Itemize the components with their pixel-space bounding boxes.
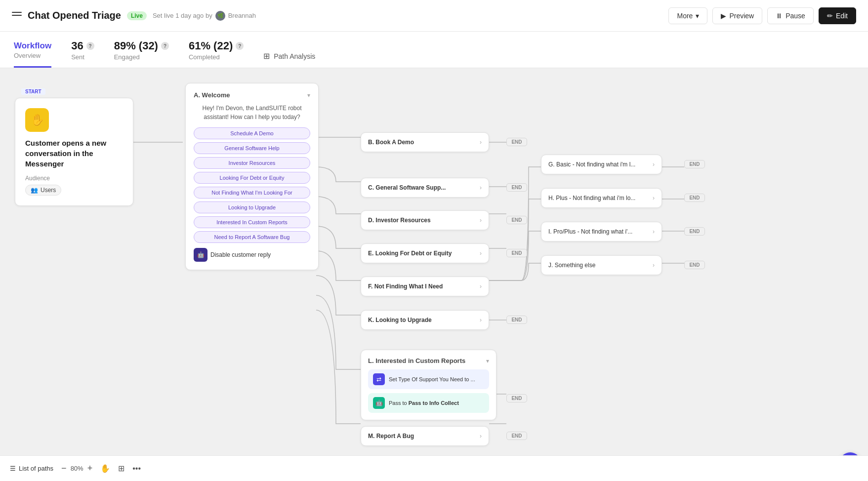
header-actions: More ▾ ▶ Preview ⏸ Pause ✏ Edit	[668, 7, 856, 24]
node-g[interactable]: G. Basic - Not finding what i'm l... ›	[541, 155, 662, 174]
reply-btn-5[interactable]: Looking to Upgrade	[194, 201, 310, 213]
node-h[interactable]: H. Plus - Not finding what i'm lo... ›	[541, 188, 662, 208]
node-k-arrow: ›	[480, 317, 482, 323]
node-i[interactable]: I. Pro/Plus - Not finding what i'... ›	[541, 222, 662, 241]
end-i: END	[684, 227, 705, 236]
pause-icon: ⏸	[776, 12, 783, 20]
node-b-title: B. Book A Demo	[368, 139, 414, 146]
menu-icon[interactable]	[12, 12, 22, 20]
more-button[interactable]: More ▾	[668, 7, 707, 24]
header: Chat Opened Triage Live Set live 1 day a…	[0, 0, 868, 32]
workflow-title: Chat Opened Triage	[28, 10, 121, 21]
sent-value: 36 ?	[71, 40, 94, 52]
pass-icon: 🤖	[373, 397, 385, 409]
chevron-down-icon: ▾	[696, 12, 699, 20]
welcome-title: A. Welcome	[194, 91, 230, 99]
node-k[interactable]: K. Looking to Upgrade ›	[361, 310, 489, 330]
more-options-button[interactable]: •••	[132, 464, 141, 473]
audience-label: Audience	[25, 175, 123, 182]
path-analysis-label: Path Analysis	[274, 52, 315, 60]
node-d-arrow: ›	[480, 217, 482, 224]
node-e[interactable]: E. Looking For Debt or Equity ›	[361, 243, 489, 263]
start-node[interactable]: START ✋ Customer opens a new conversatio…	[15, 98, 133, 206]
stat-completed: 61% (22) ? Completed	[189, 40, 244, 68]
node-k-title: K. Looking to Upgrade	[368, 317, 432, 323]
reply-btn-4[interactable]: Not Finding What I'm Looking For	[194, 187, 310, 199]
disable-reply[interactable]: 🤖 Disable customer reply	[194, 248, 310, 262]
stats-bar: Workflow Overview 36 ? Sent 89% (32) ? E…	[0, 32, 868, 68]
node-l-title: L. Interested in Custom Reports	[368, 357, 465, 364]
reply-btn-2[interactable]: Investor Resources	[194, 157, 310, 169]
header-left: Chat Opened Triage Live Set live 1 day a…	[12, 10, 661, 21]
zoom-in-button[interactable]: +	[87, 463, 93, 474]
set-live-text: Set live 1 day ago by 🌿 Breannah	[153, 11, 256, 21]
start-title: Customer opens a new conversation in the…	[25, 138, 123, 169]
node-c-arrow: ›	[480, 184, 482, 191]
tab-workflow[interactable]: Workflow Overview	[14, 41, 51, 68]
edit-icon: ✏	[827, 12, 833, 20]
hand-tool-button[interactable]: ✋	[100, 464, 110, 473]
welcome-node[interactable]: A. Welcome ▾ Hey! I'm Devon, the LandSUI…	[185, 83, 319, 270]
tab-path-analysis[interactable]: ⊞ Path Analysis	[263, 51, 315, 68]
workflow-canvas[interactable]: START ✋ Customer opens a new conversatio…	[0, 68, 868, 478]
path-analysis-icon: ⊞	[263, 51, 270, 61]
reply-btn-6[interactable]: Interested In Custom Reports	[194, 216, 310, 228]
end-b: END	[506, 138, 527, 146]
pause-button[interactable]: ⏸ Pause	[767, 7, 814, 24]
edit-button[interactable]: ✏ Edit	[819, 7, 856, 24]
pass-action-row[interactable]: 🤖 Pass to Pass to Info Collect	[368, 393, 489, 413]
node-h-arrow: ›	[653, 195, 655, 201]
node-m-arrow: ›	[480, 433, 482, 440]
pass-action-value: Pass to Info Collect	[409, 400, 459, 406]
sent-label: Sent	[71, 53, 94, 61]
end-j: END	[684, 261, 705, 269]
welcome-node-header: A. Welcome ▾	[194, 91, 310, 99]
list-paths-label: List of paths	[19, 465, 53, 472]
end-h: END	[684, 194, 705, 202]
welcome-message: Hey! I'm Devon, the LandSUITE robot assi…	[194, 104, 310, 121]
end-c: END	[506, 183, 527, 192]
set-action-row[interactable]: ⇄ Set Type Of Support You Need to ...	[368, 369, 489, 389]
node-f-arrow: ›	[480, 283, 482, 290]
node-m[interactable]: M. Report A Bug ›	[361, 426, 489, 446]
sent-help[interactable]: ?	[86, 42, 94, 50]
disable-icon: 🤖	[194, 248, 207, 262]
list-paths-button[interactable]: ☰ List of paths	[10, 465, 53, 472]
node-h-title: H. Plus - Not finding what i'm lo...	[548, 195, 635, 201]
node-j[interactable]: J. Something else ›	[541, 255, 662, 275]
reply-btn-1[interactable]: General Software Help	[194, 142, 310, 154]
completed-label: Completed	[189, 53, 244, 61]
node-e-arrow: ›	[480, 250, 482, 257]
bottom-bar: ☰ List of paths − 80% + ✋ ⊞ •••	[0, 455, 868, 481]
node-g-arrow: ›	[653, 161, 655, 168]
node-l[interactable]: L. Interested in Custom Reports ▾ ⇄ Set …	[361, 350, 496, 420]
zoom-out-button[interactable]: −	[61, 463, 67, 474]
node-l-chevron[interactable]: ▾	[486, 358, 489, 364]
welcome-chevron[interactable]: ▾	[307, 92, 310, 99]
reply-btn-3[interactable]: Looking For Debt or Equity	[194, 172, 310, 184]
engaged-value: 89% (32) ?	[114, 40, 169, 52]
engaged-label: Engaged	[114, 53, 169, 61]
completed-help[interactable]: ?	[236, 42, 244, 50]
node-e-title: E. Looking For Debt or Equity	[368, 250, 452, 257]
reply-btn-7[interactable]: Need to Report A Software Bug	[194, 231, 310, 243]
node-g-title: G. Basic - Not finding what i'm l...	[548, 161, 635, 168]
node-f[interactable]: F. Not Finding What I Need ›	[361, 277, 489, 296]
node-d[interactable]: D. Investor Resources ›	[361, 210, 489, 230]
reply-btn-0[interactable]: Schedule A Demo	[194, 127, 310, 139]
stats-tabs: Workflow Overview 36 ? Sent 89% (32) ? E…	[14, 40, 854, 68]
stat-sent: 36 ? Sent	[71, 40, 94, 68]
engaged-help[interactable]: ?	[161, 42, 169, 50]
zoom-level: 80%	[71, 465, 83, 472]
node-l-header: L. Interested in Custom Reports ▾	[368, 357, 489, 364]
audience-value: Users	[41, 187, 56, 194]
pass-action-text: Pass to Pass to Info Collect	[389, 400, 459, 406]
node-b[interactable]: B. Book A Demo ›	[361, 132, 489, 152]
grid-button[interactable]: ⊞	[118, 464, 124, 473]
list-icon: ☰	[10, 465, 16, 472]
preview-button[interactable]: ▶ Preview	[712, 7, 762, 24]
node-c[interactable]: C. General Software Supp... ›	[361, 178, 489, 198]
node-d-title: D. Investor Resources	[368, 217, 431, 224]
end-l: END	[506, 394, 527, 402]
start-icon: ✋	[25, 108, 49, 132]
